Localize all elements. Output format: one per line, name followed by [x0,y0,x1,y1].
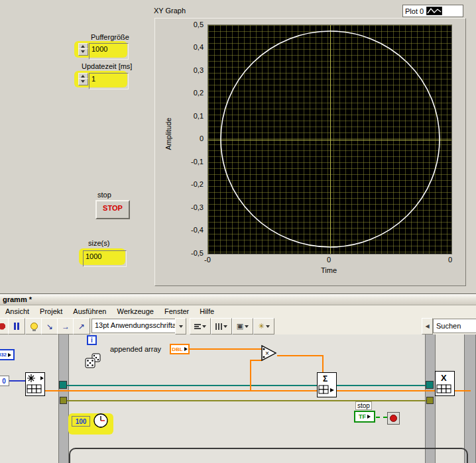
buffer-size-input[interactable]: 1000 [89,43,129,60]
plot-trace-circle [208,25,451,254]
size-label: size(s) [88,239,109,247]
distribute-objects-dropdown[interactable] [211,318,232,334]
chevron-down-icon [223,325,227,328]
xy-graph: 0,5 0,4 0,3 0,2 0,1 0 -0,1 -0,2 -0,3 -0,… [154,18,466,286]
step-over-icon: → [62,322,70,331]
search-back-button[interactable]: ◀ [422,318,433,334]
wire-array-orange [453,390,471,391]
stop-terminal-label: stop [355,401,372,410]
y-tick: 0,2 [178,89,204,97]
terminal-arrow-icon [8,353,11,357]
multiply-icon: × [265,350,269,357]
y-tick: -0,1 [178,158,204,166]
buffer-size-stepper[interactable] [78,43,87,56]
wire-dbl [189,348,262,350]
step-into-button[interactable]: ↘ [41,318,58,334]
dbl-indicator-terminal[interactable]: DBL [170,344,190,354]
random-number-dice-icon[interactable] [84,352,102,370]
font-selector-dropdown-button[interactable] [175,318,186,334]
y-tick: 0,5 [178,21,204,28]
plot-legend[interactable]: Plot 0 [402,5,463,17]
menu-item-ausfuehren[interactable]: Ausführen [68,307,111,316]
add-array-elements-node[interactable]: Σ [317,372,337,397]
i32-terminal-label: I32 [0,352,7,358]
zero-constant[interactable]: 0 [0,376,9,386]
wire-feedback [250,360,251,391]
outer-structure-border [464,334,476,463]
y-tick: -0,2 [178,180,204,188]
cleanup-diagram-dropdown[interactable]: ✳ [253,318,274,334]
loop-condition-terminal[interactable] [387,412,400,425]
cleanup-icon: ✳ [258,322,264,331]
iteration-terminal[interactable]: i [87,335,97,345]
wire-olive [63,400,430,401]
stop-label: stop [97,191,111,199]
tunnel-olive [60,397,67,404]
reorder-icon: ▣ [237,322,243,331]
align-objects-dropdown[interactable] [190,318,211,334]
window-title: gramm * [3,295,32,303]
lower-structure-border [69,448,468,463]
plot-legend-icon [426,7,442,15]
step-into-icon: ↘ [46,322,53,331]
i32-terminal[interactable]: I32 [0,349,15,360]
menu-item-hilfe[interactable]: Hilfe [194,307,219,316]
step-out-button[interactable]: ↗ [73,318,90,334]
plot-area[interactable] [208,25,452,254]
graph-title: XY Graph [154,7,186,15]
delete-from-array-node[interactable]: X [435,371,455,396]
chevron-down-icon [245,325,249,328]
highlight-execution-button[interactable] [25,318,42,334]
decrement-icon[interactable] [78,78,88,85]
svg-text:Σ: Σ [323,374,327,384]
terminal-arrow-icon [184,347,188,351]
y-tick: -0,3 [178,203,204,211]
step-over-button[interactable]: → [57,318,74,334]
tf-boolean-terminal[interactable]: TF [354,411,375,423]
block-diagram: i I32 0 appended array DB [0,334,476,463]
menu-item-fenster[interactable]: Fenster [159,307,194,316]
wait-ms-constant[interactable]: 100 [72,416,90,427]
font-selector[interactable]: 13pt Anwendungsschriftart [91,319,182,333]
wire-int [9,380,27,382]
tunnel-olive [426,397,434,404]
update-time-input[interactable]: 1 [89,73,129,89]
toolbar: ↘ → ↗ 13pt Anwendungsschriftart ▣ ✳ [0,317,476,335]
step-out-icon: ↗ [78,322,85,331]
wait-until-next-ms-node[interactable] [92,412,110,430]
y-tick: 0,1 [178,112,204,120]
plot-legend-label: Plot 0 [405,7,424,15]
chevron-down-icon [266,325,270,328]
initialize-array-node[interactable] [25,372,45,396]
x-tick: -0 [194,256,221,264]
stop-button[interactable]: STOP [95,200,130,219]
update-time-stepper[interactable] [78,73,87,85]
tunnel-teal [426,381,434,389]
multiply-node[interactable]: × [261,344,278,362]
menu-item-werkzeuge[interactable]: Werkzeuge [111,307,158,316]
search-input[interactable] [433,319,476,333]
terminal-arrow-icon [367,415,371,419]
abort-icon [0,323,5,330]
labview-screen: XY Graph Plot 0 0,5 0,4 0,3 0,2 0,1 0 [0,0,476,463]
x-tick: 0 [316,256,342,264]
update-time-label: Updatezeit [ms] [82,62,132,70]
menubar: Ansicht Projekt Ausführen Werkzeuge Fens… [0,305,476,317]
reorder-dropdown[interactable]: ▣ [232,318,253,334]
wire-boolean [376,417,387,418]
pause-button[interactable] [8,318,25,334]
tunnel-teal [59,381,67,389]
decrement-icon[interactable] [78,48,88,56]
y-tick: 0,3 [178,66,204,74]
menu-item-projekt[interactable]: Projekt [34,307,68,316]
tf-terminal-label: TF [359,413,366,420]
menu-item-ansicht[interactable]: Ansicht [0,307,34,316]
y-tick: 0 [178,134,204,142]
wire-array-orange [44,390,317,391]
delete-array-icon: X [436,372,454,395]
x-axis-label: Time [314,266,343,274]
chevron-down-icon [179,325,183,328]
y-tick: -0,4 [178,226,204,234]
pause-icon [14,323,19,330]
window-titlebar[interactable]: gramm * [0,293,476,305]
